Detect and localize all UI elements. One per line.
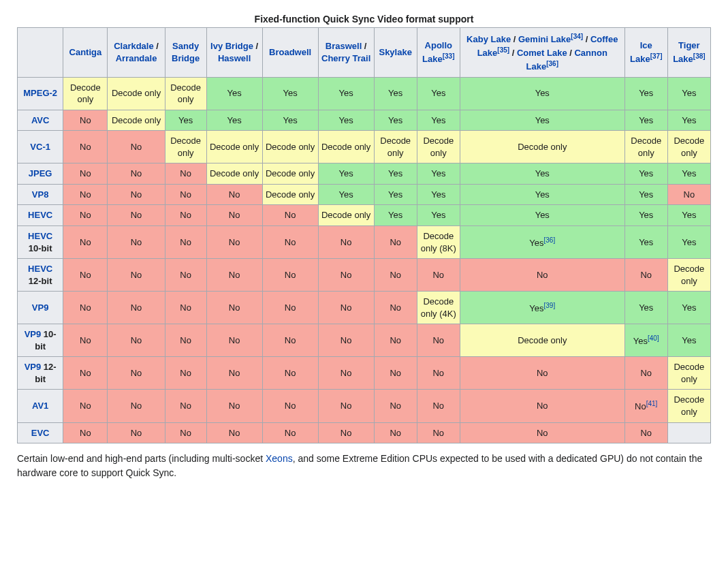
wiki-link[interactable]: HEVC [28, 210, 52, 220]
table-row: VP9NoNoNoNoNoNoNoDecode only (4K)Yes[39]… [18, 292, 711, 324]
reference-link[interactable]: [41] [646, 400, 658, 407]
reference-link[interactable]: [39] [544, 302, 556, 309]
reference-link[interactable]: [38] [693, 52, 706, 60]
support-cell: No [165, 390, 206, 422]
support-cell: Yes [624, 77, 667, 110]
row-header: VP9 [18, 292, 63, 324]
support-cell: No [63, 163, 108, 185]
support-cell: No [206, 259, 262, 292]
wiki-link[interactable]: VP8 [32, 189, 49, 200]
wiki-link[interactable]: Clarkdale [114, 41, 154, 51]
support-cell: Decode only [667, 131, 710, 163]
support-cell: No [108, 131, 165, 163]
column-header: Clarkdale / Arrandale [108, 28, 165, 78]
support-cell: No [206, 184, 262, 205]
support-cell: No [460, 422, 624, 443]
support-cell: Yes [624, 163, 667, 185]
wiki-link[interactable]: Xeons [266, 453, 293, 464]
support-cell: No [417, 357, 460, 390]
reference-link[interactable]: [34] [571, 33, 583, 40]
wiki-link[interactable]: Sandy Bridge [172, 41, 200, 63]
corner-cell [18, 28, 63, 78]
support-cell: Yes [624, 292, 667, 324]
wiki-link[interactable]: HEVC [28, 264, 52, 274]
support-cell: No[41] [624, 390, 667, 422]
support-cell: Yes [318, 163, 374, 185]
wiki-link[interactable]: Cantiga [69, 47, 102, 57]
support-cell: No [63, 357, 108, 390]
support-cell: No [460, 390, 624, 422]
support-cell: No [417, 259, 460, 292]
column-header: Ice Lake[37] [624, 28, 667, 78]
wiki-link[interactable]: VC-1 [30, 142, 50, 152]
support-cell: Decode only [108, 77, 165, 110]
row-header: HEVC 12-bit [18, 259, 63, 292]
support-cell: Yes [318, 184, 374, 205]
support-cell: Decode only [417, 131, 460, 163]
support-cell: Decode only [206, 163, 262, 185]
support-cell: No [165, 226, 206, 259]
support-cell: No [63, 184, 108, 205]
support-cell: No [206, 205, 262, 226]
support-cell: No [165, 357, 206, 390]
wiki-link[interactable]: AV1 [32, 401, 48, 411]
support-cell: No [417, 422, 460, 443]
support-cell: No [165, 205, 206, 226]
support-cell: Yes [624, 226, 667, 259]
table-row: VP9 10-bitNoNoNoNoNoNoNoNoDecode onlyYes… [18, 324, 711, 357]
wiki-link[interactable]: AVC [31, 115, 49, 125]
wiki-link[interactable]: VP9 [25, 329, 42, 339]
support-cell: Yes [417, 184, 460, 205]
support-cell: No [165, 184, 206, 205]
support-cell: Yes [417, 205, 460, 226]
support-cell: No [374, 226, 417, 259]
wiki-link[interactable]: Comet Lake [517, 48, 567, 58]
reference-link[interactable]: [36] [546, 60, 558, 67]
support-cell: No [262, 357, 318, 390]
support-cell: No [108, 292, 165, 324]
support-cell: No [262, 422, 318, 443]
support-cell: No [374, 324, 417, 357]
reference-link[interactable]: [40] [648, 334, 659, 342]
wiki-link[interactable]: Arrandale [116, 53, 157, 63]
column-header: Tiger Lake[38] [667, 28, 710, 78]
wiki-link[interactable]: Ice Lake [630, 40, 652, 64]
wiki-link[interactable]: Cherry Trail [321, 53, 370, 63]
wiki-link[interactable]: VP9 [32, 302, 49, 313]
reference-link[interactable]: [36] [544, 236, 556, 244]
support-cell: No [206, 324, 262, 357]
wiki-link[interactable]: JPEG [29, 168, 52, 178]
wiki-link[interactable]: Ivy Bridge [210, 41, 253, 51]
reference-link[interactable]: [33] [443, 52, 455, 60]
support-cell: Decode only [460, 324, 624, 357]
wiki-link[interactable]: Haswell [218, 53, 251, 63]
support-cell: No [63, 110, 108, 131]
table-row: AVCNoDecode onlyYesYesYesYesYesYesYesYes… [18, 110, 711, 131]
wiki-link[interactable]: MPEG-2 [23, 88, 57, 98]
wiki-link[interactable]: Braswell [326, 41, 362, 51]
table-row: VP8NoNoNoNoDecode onlyYesYesYesYesYesNo [18, 184, 711, 205]
wiki-link[interactable]: Skylake [379, 47, 411, 57]
wiki-link[interactable]: Kaby Lake [466, 34, 511, 44]
reference-link[interactable]: [35] [497, 46, 509, 54]
wiki-link[interactable]: Gemini Lake [518, 34, 571, 44]
wiki-link[interactable]: Broadwell [269, 47, 311, 57]
support-cell: Yes [318, 77, 374, 110]
support-cell: Decode only [165, 77, 206, 110]
support-cell: Decode only [667, 259, 710, 292]
reference-link[interactable]: [37] [650, 52, 663, 60]
support-cell: Yes [374, 205, 417, 226]
table-row: HEVC 12-bitNoNoNoNoNoNoNoNoNoNoDecode on… [18, 259, 711, 292]
support-cell: Yes [624, 110, 667, 131]
wiki-link[interactable]: VP9 [25, 362, 42, 372]
support-cell: No [63, 422, 108, 443]
table-row: JPEGNoNoNoDecode onlyDecode onlyYesYesYe… [18, 163, 711, 185]
support-cell: No [108, 390, 165, 422]
column-header: Sandy Bridge [165, 28, 206, 78]
support-cell: Yes [318, 110, 374, 131]
support-cell: Decode only [318, 205, 374, 226]
support-cell: Decode only [165, 131, 206, 163]
support-cell: Yes [460, 184, 624, 205]
wiki-link[interactable]: EVC [31, 428, 50, 438]
wiki-link[interactable]: HEVC [28, 231, 52, 241]
